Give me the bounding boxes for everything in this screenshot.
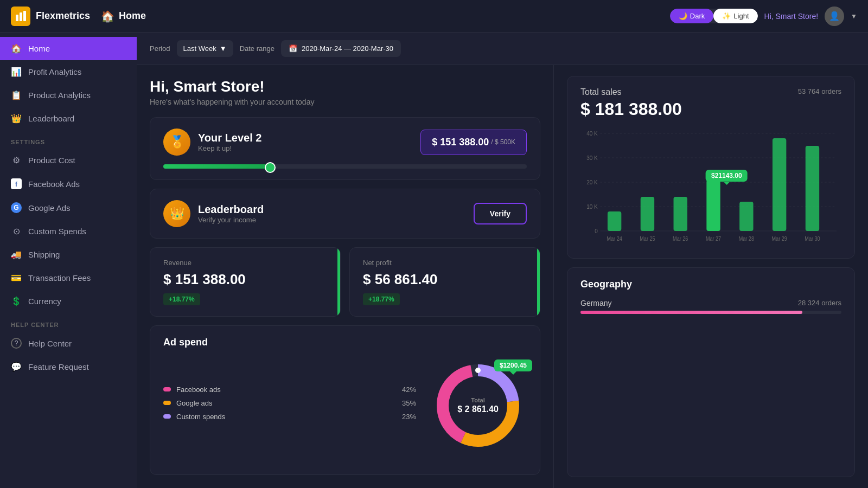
content-area: Hi, Smart Store! Here's what's happening… <box>137 65 868 488</box>
moon-icon: 🌙 <box>679 12 687 20</box>
svg-rect-19 <box>641 197 654 231</box>
period-select[interactable]: Last Week ▼ <box>177 40 233 57</box>
home-header-icon: 🏠 <box>101 10 114 23</box>
sidebar-item-product-analytics[interactable]: 📋 Product Analytics <box>0 84 137 107</box>
sidebar-item-help-center[interactable]: ? Help Center <box>0 331 137 355</box>
net-profit-value: $ 56 861.40 <box>363 271 527 288</box>
level-badge-icon: 🏅 <box>163 129 190 156</box>
dark-mode-button[interactable]: 🌙 Dark <box>670 9 713 23</box>
logo-text: Flexmetrics <box>36 10 90 22</box>
sidebar-item-google-ads[interactable]: G Google Ads <box>0 196 137 220</box>
sidebar-item-currency[interactable]: 💲 Currency <box>0 290 137 313</box>
verify-button[interactable]: Verify <box>474 203 527 224</box>
svg-text:Mar 26: Mar 26 <box>673 236 688 242</box>
logo-area: Flexmetrics <box>11 7 90 26</box>
settings-section-label: SETTINGS <box>0 130 137 149</box>
legend-facebook: Facebook ads 42% <box>163 386 416 394</box>
facebook-icon: f <box>11 178 22 189</box>
logo-icon <box>11 7 30 26</box>
custom-spends-icon: ⊙ <box>11 226 22 236</box>
light-mode-button[interactable]: ✨ Light <box>713 9 757 23</box>
geography-card: Geography Germany 28 324 orders <box>567 267 855 477</box>
svg-text:Mar 24: Mar 24 <box>607 236 623 242</box>
transaction-icon: 💳 <box>11 273 22 283</box>
lb-left: 👑 Leaderboard Verify your income <box>163 200 264 227</box>
sun-icon: ✨ <box>722 12 731 20</box>
geo-bar-germany-fill <box>580 311 802 314</box>
body-layout: 🏠 Home 📊 Profit Analytics 📋 Product Anal… <box>0 33 868 488</box>
svg-rect-22 <box>739 202 753 231</box>
legend-custom: Custom spends 23% <box>163 413 416 421</box>
svg-text:10 K: 10 K <box>586 203 598 210</box>
currency-icon: 💲 <box>11 296 22 306</box>
main-top-bar: Period Last Week ▼ Date range 📅 2020-Mar… <box>137 33 868 65</box>
geo-bar-germany-bg <box>580 311 841 314</box>
svg-rect-0 <box>16 15 18 21</box>
geo-item-germany: Germany 28 324 orders <box>580 299 841 314</box>
ad-spend-legend: Facebook ads 42% Google ads 35% Custom s… <box>163 386 416 426</box>
bar-chart: $21143.00 40 K 30 K 20 K <box>580 128 841 247</box>
list-icon: 📋 <box>11 90 22 100</box>
net-profit-badge: +18.77% <box>363 293 400 305</box>
date-range-box[interactable]: 📅 2020-Mar-24 — 2020-Mar-30 <box>281 40 401 57</box>
date-range-label: Date range <box>240 44 275 53</box>
sidebar-item-transaction-fees[interactable]: 💳 Transaction Fees <box>0 266 137 290</box>
sidebar: 🏠 Home 📊 Profit Analytics 📋 Product Anal… <box>0 33 137 488</box>
svg-text:30 K: 30 K <box>586 155 598 162</box>
donut-center-value: Total $ 2 861.40 <box>457 397 499 414</box>
lb-title: Leaderboard <box>198 203 264 216</box>
gear-icon: ⚙ <box>11 155 22 165</box>
sidebar-item-leaderboard[interactable]: 👑 Leaderboard <box>0 107 137 130</box>
revenue-label: Revenue <box>163 259 327 267</box>
shipping-icon: 🚚 <box>11 249 22 260</box>
sidebar-item-custom-spends[interactable]: ⊙ Custom Spends <box>0 220 137 243</box>
leaderboard-card: 👑 Leaderboard Verify your income Verify <box>150 189 540 239</box>
user-avatar[interactable]: 👤 <box>825 7 844 26</box>
sidebar-item-home[interactable]: 🏠 Home <box>0 37 137 60</box>
left-panel: Hi, Smart Store! Here's what's happening… <box>137 65 553 488</box>
header-right: 🌙 Dark ✨ Light Hi, Smart Store! 👤 ▼ <box>670 7 857 26</box>
sidebar-item-profit-analytics[interactable]: 📊 Profit Analytics <box>0 60 137 84</box>
period-label: Period <box>150 44 170 53</box>
svg-point-7 <box>475 368 481 373</box>
theme-toggle: 🌙 Dark ✨ Light <box>670 9 758 23</box>
breadcrumb-title: 🏠 Home <box>101 10 146 23</box>
svg-text:40 K: 40 K <box>586 130 598 137</box>
svg-text:20 K: 20 K <box>586 179 598 186</box>
donut-chart: Total $ 2 861.40 $1200.45 <box>429 357 527 454</box>
total-sales-orders: 53 764 orders <box>798 87 841 95</box>
greeting-title: Hi, Smart Store! <box>150 78 540 95</box>
level-subtitle: Keep it up! <box>198 144 261 152</box>
svg-text:Mar 30: Mar 30 <box>805 236 820 242</box>
revenue-value: $ 151 388.00 <box>163 271 327 288</box>
chevron-down-icon: ▼ <box>851 12 857 20</box>
level-card: 🏅 Your Level 2 Keep it up! $ 151 388.00 … <box>150 117 540 180</box>
user-greeting: Hi, Smart Store! <box>764 12 819 21</box>
help-icon: ? <box>11 338 22 349</box>
crown-icon: 👑 <box>11 113 22 124</box>
lb-info: Leaderboard Verify your income <box>198 203 264 224</box>
total-sales-value: $ 181 388.00 <box>580 99 841 119</box>
sidebar-item-facebook-ads[interactable]: f Facebook Ads <box>0 172 137 196</box>
greeting-section: Hi, Smart Store! Here's what's happening… <box>150 78 540 106</box>
net-profit-label: Net profit <box>363 259 527 267</box>
sidebar-item-shipping[interactable]: 🚚 Shipping <box>0 243 137 266</box>
revenue-card: Revenue $ 151 388.00 +18.77% <box>150 247 341 317</box>
legend-google: Google ads 35% <box>163 399 416 407</box>
stats-row: Revenue $ 151 388.00 +18.77% Net profit … <box>150 247 540 317</box>
right-panel: Total sales 53 764 orders $ 181 388.00 $… <box>553 65 868 488</box>
main-content: Period Last Week ▼ Date range 📅 2020-Mar… <box>137 33 868 488</box>
level-title: Your Level 2 <box>198 132 261 144</box>
net-profit-card: Net profit $ 56 861.40 +18.77% <box>349 247 540 317</box>
total-sales-title: Total sales <box>580 87 622 97</box>
chart-tooltip: $21143.00 <box>706 170 748 182</box>
home-icon: 🏠 <box>11 43 22 54</box>
chevron-icon: ▼ <box>220 44 227 53</box>
level-progress-fill <box>163 164 272 169</box>
level-progress-bar <box>163 164 527 169</box>
svg-rect-2 <box>23 11 26 21</box>
main-top-bar-right: Period Last Week ▼ Date range 📅 2020-Mar… <box>150 40 401 57</box>
level-info: Your Level 2 Keep it up! <box>198 132 261 152</box>
sidebar-item-product-cost[interactable]: ⚙ Product Cost <box>0 149 137 172</box>
sidebar-item-feature-request[interactable]: 💬 Feature Request <box>0 355 137 378</box>
